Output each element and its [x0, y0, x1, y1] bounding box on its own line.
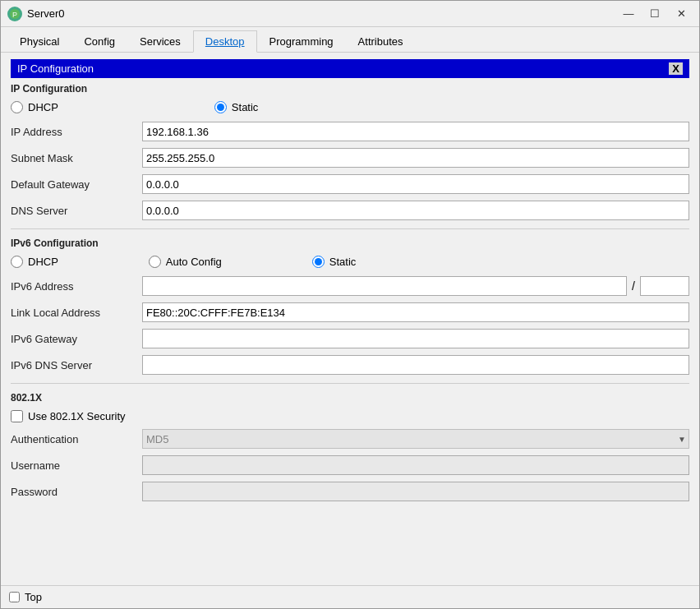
use-security-checkbox[interactable]: [11, 410, 23, 422]
authentication-row: Authentication MD5: [11, 429, 689, 449]
ip-address-input[interactable]: 192.168.1.36: [142, 122, 689, 141]
ipv6-dns-label: IPv6 DNS Server: [11, 359, 142, 371]
ipv6-gateway-row: IPv6 Gateway: [11, 329, 689, 348]
ipv6-prefix-input[interactable]: [640, 276, 689, 296]
svg-text:P: P: [12, 11, 17, 19]
authentication-select-wrapper: MD5: [142, 429, 689, 449]
tab-attributes[interactable]: Attributes: [346, 30, 416, 53]
tab-services[interactable]: Services: [127, 30, 193, 53]
link-local-label: Link Local Address: [11, 307, 142, 319]
dhcp-radio-label[interactable]: DHCP: [11, 101, 58, 113]
ipv6-static-radio[interactable]: [312, 256, 325, 268]
default-gateway-row: Default Gateway 0.0.0.0: [11, 174, 689, 194]
default-gateway-label: Default Gateway: [11, 178, 142, 191]
divider-2: [11, 383, 689, 384]
username-label: Username: [11, 459, 142, 472]
dot1x-section-label: 802.1X: [11, 392, 689, 404]
dns-server-row: DNS Server 0.0.0.0: [11, 201, 689, 220]
subnet-mask-row: Subnet Mask 255.255.255.0: [11, 148, 689, 168]
dhcp-radio[interactable]: [11, 101, 23, 113]
ipv6-autoconfig-radio[interactable]: [149, 256, 161, 268]
use-security-row: Use 802.1X Security: [11, 410, 689, 422]
static-radio[interactable]: [214, 101, 227, 113]
tab-bar: Physical Config Services Desktop Program…: [1, 27, 699, 53]
dns-server-input[interactable]: 0.0.0.0: [142, 201, 689, 220]
password-label: Password: [11, 486, 142, 498]
link-local-row: Link Local Address FE80::20C:CFFF:FE7B:E…: [11, 302, 689, 322]
close-button[interactable]: ✕: [670, 6, 693, 22]
ipv6-section-label: IPv6 Configuration: [11, 238, 689, 249]
subnet-mask-input[interactable]: 255.255.255.0: [142, 148, 689, 168]
username-input[interactable]: [142, 455, 689, 475]
top-label: Top: [25, 591, 42, 603]
top-checkbox[interactable]: [9, 592, 20, 602]
ip-address-row: IP Address 192.168.1.36: [11, 122, 689, 141]
static-radio-label[interactable]: Static: [214, 101, 259, 113]
ipv6-address-row: IPv6 Address /: [11, 276, 689, 296]
tab-desktop[interactable]: Desktop: [193, 30, 257, 53]
ipv6-address-input[interactable]: [142, 276, 627, 296]
ipv6-autoconfig-radio-label[interactable]: Auto Config: [149, 256, 222, 268]
divider-1: [11, 228, 689, 229]
maximize-button[interactable]: ☐: [643, 6, 666, 22]
app-icon: P: [7, 7, 22, 21]
authentication-select[interactable]: MD5: [142, 429, 689, 449]
section-close-button[interactable]: X: [669, 62, 683, 75]
slash-separator: /: [632, 279, 635, 293]
ipv6-address-label: IPv6 Address: [11, 280, 142, 293]
ipv6-radio-row: DHCP Auto Config Static: [11, 256, 689, 268]
tab-physical[interactable]: Physical: [7, 30, 71, 53]
ip-config-header: IP Configuration X: [11, 59, 689, 78]
window-title: Server0: [27, 7, 617, 20]
authentication-label: Authentication: [11, 433, 142, 445]
ipv6-dhcp-radio[interactable]: [11, 256, 23, 268]
ipv6-static-radio-label[interactable]: Static: [312, 256, 357, 268]
ipv6-autoconfig-label: Auto Config: [166, 256, 222, 268]
use-security-label: Use 802.1X Security: [28, 410, 126, 422]
dhcp-label: DHCP: [28, 101, 58, 113]
static-label: Static: [232, 101, 259, 113]
username-row: Username: [11, 455, 689, 475]
default-gateway-input[interactable]: 0.0.0.0: [142, 174, 689, 194]
ipv6-gateway-input[interactable]: [142, 329, 689, 348]
password-input[interactable]: [142, 482, 689, 501]
tab-config[interactable]: Config: [71, 30, 127, 53]
password-row: Password: [11, 482, 689, 501]
ipv6-static-label: Static: [329, 256, 357, 268]
main-window: P Server0 — ☐ ✕ Physical Config Services…: [0, 0, 700, 609]
ipv4-radio-row: DHCP Static: [11, 101, 689, 113]
bottom-bar: Top: [1, 585, 699, 608]
ipv6-dhcp-radio-label[interactable]: DHCP: [11, 256, 58, 268]
title-bar: P Server0 — ☐ ✕: [1, 1, 699, 27]
ipv6-gateway-label: IPv6 Gateway: [11, 333, 142, 345]
top-checkbox-row: Top: [9, 591, 42, 603]
ip-config-title: IP Configuration: [17, 62, 94, 75]
link-local-input[interactable]: FE80::20C:CFFF:FE7B:E134: [142, 302, 689, 322]
subnet-mask-label: Subnet Mask: [11, 152, 142, 164]
ipv6-dns-row: IPv6 DNS Server: [11, 355, 689, 375]
ip-config-sub-label: IP Configuration: [11, 83, 689, 95]
dns-server-label: DNS Server: [11, 205, 142, 217]
tab-programming[interactable]: Programming: [257, 30, 346, 53]
ipv6-dhcp-label: DHCP: [28, 256, 58, 268]
ip-address-label: IP Address: [11, 126, 142, 138]
window-controls: — ☐ ✕: [617, 6, 693, 22]
minimize-button[interactable]: —: [617, 6, 640, 22]
main-content: IP Configuration X IP Configuration DHCP…: [1, 53, 699, 585]
ipv6-dns-input[interactable]: [142, 355, 689, 375]
